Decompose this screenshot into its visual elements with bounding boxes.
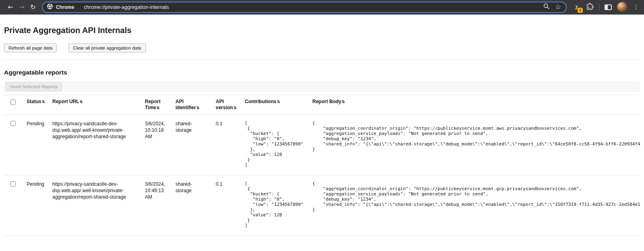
page-title: Private Aggregation API Internals [4, 26, 640, 35]
clear-all-button[interactable]: Clear all private aggregation data [68, 44, 145, 52]
report-body-cell: { "aggregation_coordinator_origin": "htt… [308, 115, 640, 175]
header-report-time[interactable]: Report Time⇅ [140, 95, 171, 115]
chrome-label: Chrome [56, 4, 74, 10]
header-api-version[interactable]: API version⇅ [211, 95, 240, 115]
header-api-identifier[interactable]: API identifier⇅ [171, 95, 211, 115]
sort-icon: ⇅ [233, 106, 237, 110]
menu-kebab-icon[interactable]: ⋮ [632, 4, 640, 10]
report-body-cell: { "aggregation_coordinator_origin": "htt… [308, 175, 640, 236]
chrome-logo-icon [47, 3, 53, 11]
url-bar[interactable]: Chrome chrome://private-aggregation-inte… [42, 2, 567, 13]
table-row: Pending https://privacy-sandcastle-dev-d… [4, 175, 640, 236]
browser-toolbar: ← → ↻ Chrome chrome://private-aggregatio… [0, 0, 644, 15]
sort-icon: ⇅ [80, 100, 83, 104]
header-status[interactable]: Status⇅ [22, 95, 47, 115]
table-row: Pending https://privacy-sandcastle-dev-d… [4, 115, 640, 175]
reload-button[interactable]: ↻ [27, 2, 39, 13]
contributions-cell: [ { "bucket": { "high": "0", "low": "123… [240, 175, 308, 236]
sort-icon: ⇅ [196, 106, 200, 110]
api-identifier-cell: shared-storage [171, 175, 211, 236]
table-header-row: Status⇅ Report URL⇅ Report Time⇅ API ide… [4, 95, 640, 115]
reports-table: Status⇅ Report URL⇅ Report Time⇅ API ide… [4, 95, 640, 236]
status-cell: Pending [22, 175, 47, 236]
api-identifier-cell: shared-storage [171, 115, 211, 175]
send-reports-bar: Send Selected Reports [4, 81, 640, 92]
api-version-cell: 0.1 [211, 115, 240, 175]
profile-avatar[interactable] [617, 2, 627, 12]
aggregatable-reports-heading: Aggregatable reports [4, 69, 640, 76]
back-button[interactable]: ← [5, 2, 16, 13]
send-selected-reports-button[interactable]: Send Selected Reports [6, 82, 62, 91]
row-checkbox[interactable] [10, 181, 16, 187]
api-version-cell: 0.1 [211, 175, 240, 236]
forward-button[interactable]: → [16, 2, 27, 13]
extensions-icon[interactable] [586, 3, 594, 12]
header-report-body[interactable]: Report Body⇅ [308, 95, 640, 115]
section-divider [4, 59, 640, 60]
row-checkbox[interactable] [10, 121, 16, 126]
sort-icon: ⇅ [157, 106, 160, 110]
zoom-search-icon[interactable] [543, 3, 550, 11]
status-cell: Pending [22, 115, 47, 175]
sort-icon: ⇅ [277, 100, 280, 104]
scissors-extension-button[interactable]: ✂ 1 [572, 2, 581, 12]
report-time-cell: 3/6/2024, 10:49:13 AM [140, 175, 171, 236]
report-url-cell: https://privacy-sandcastle-dev-dsp.web.a… [47, 175, 140, 236]
sort-icon: ⇅ [42, 100, 45, 104]
sort-icon: ⇅ [342, 100, 345, 104]
select-all-checkbox[interactable] [10, 100, 16, 105]
contributions-cell: [ { "bucket": { "high": "0", "low": "123… [240, 115, 308, 175]
report-time-cell: 3/6/2024, 10:10:18 AM [140, 115, 171, 175]
refresh-all-button[interactable]: Refresh all page data [4, 44, 57, 52]
side-panel-icon[interactable] [605, 4, 612, 10]
extension-badge: 1 [578, 8, 583, 13]
bookmark-star-icon[interactable]: ☆ [555, 4, 561, 10]
toolbar-separator [599, 4, 599, 10]
header-report-url[interactable]: Report URL⇅ [47, 95, 140, 115]
header-contributions[interactable]: Contributions⇅ [240, 95, 308, 115]
page-content: Private Aggregation API Internals Refres… [0, 26, 644, 236]
url-text[interactable]: chrome://private-aggregation-internals [84, 4, 539, 10]
report-url-cell: https://privacy-sandcastle-dev-dsp.web.a… [47, 115, 140, 175]
